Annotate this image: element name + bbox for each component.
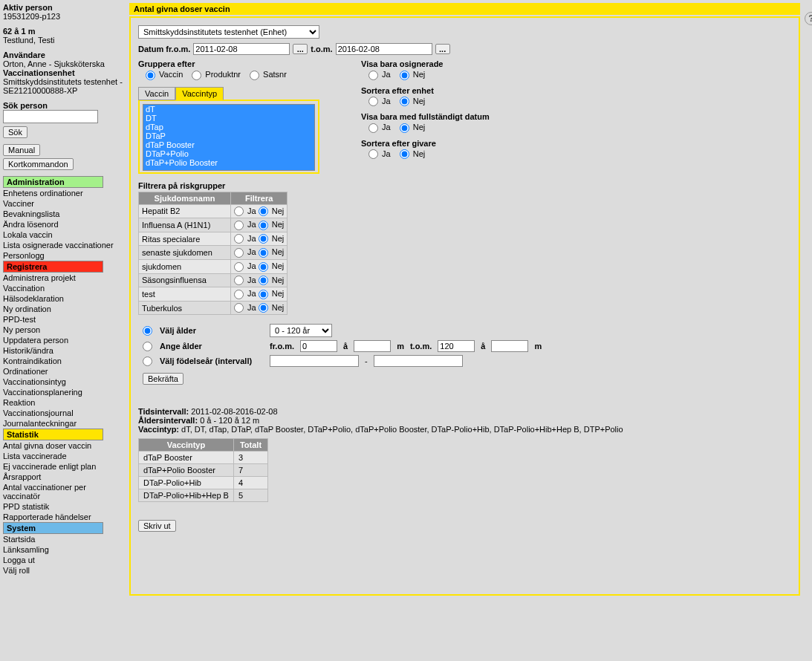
sort-giver-ja[interactable]: Ja [368, 149, 391, 160]
date-to-label: t.o.m. [311, 45, 332, 53]
sort-unit-label: Sortera efter enhet [361, 86, 490, 95]
unit-select[interactable]: Smittskyddsinstitutets testenhet (Enhet) [138, 25, 319, 39]
date-from-label: Datum fr.o.m. [138, 45, 190, 53]
age-to-months[interactable] [491, 340, 528, 352]
list-item[interactable]: DT [143, 114, 314, 123]
date-to-input[interactable] [336, 43, 432, 55]
nav-link[interactable]: Vaccinationsplanering [3, 387, 123, 397]
nav-link[interactable]: Ordinationer [3, 366, 123, 377]
unsigned-nej[interactable]: Nej [400, 70, 426, 80]
nav-link[interactable]: Välj roll [3, 565, 123, 576]
nav-link[interactable]: Rapporterade händelser [3, 512, 123, 522]
print-button[interactable]: Skriv ut [138, 520, 176, 532]
search-button[interactable]: Sök [3, 126, 27, 138]
full-date-ja[interactable]: Ja [368, 123, 391, 133]
risk-filter: Ja Nej [231, 301, 288, 315]
nav-link[interactable]: Startsida [3, 534, 123, 544]
risk-name: Influensa A (H1N1) [139, 218, 231, 232]
date-from-picker[interactable]: ... [293, 44, 308, 54]
age-from-months[interactable] [354, 340, 391, 352]
vaccunit-label: Vaccinationsenhet [3, 68, 75, 77]
age-row: 62 å 1 m [3, 27, 35, 36]
nav-link[interactable]: Lista osignerade vaccinationer [3, 240, 123, 250]
age-valj-label: Välj ålder [160, 326, 264, 335]
nav-link[interactable]: PPD-test [3, 314, 123, 325]
nav-link[interactable]: Hälsodeklaration [3, 293, 123, 304]
tab-vaccintyp[interactable]: Vaccintyp [175, 87, 224, 100]
shortcuts-button[interactable]: Kortkommandon [3, 158, 74, 170]
list-item[interactable]: dTaP Booster [143, 140, 314, 149]
nav-link[interactable]: Kontraindikation [3, 356, 123, 366]
date-from-input[interactable] [193, 43, 290, 55]
nav-link[interactable]: Personlogg [3, 250, 123, 261]
nav-link[interactable]: Vaccination [3, 283, 123, 293]
sort-giver-nej[interactable]: Nej [400, 149, 426, 160]
nav-link[interactable]: Ej vaccinerade enligt plan [3, 461, 123, 472]
sidebar: Aktiv person 19531209-p123 62 å 1 m Test… [0, 0, 126, 599]
nav-link[interactable]: Lista vaccinerade [3, 451, 123, 461]
nav-section-reg: Registrera [3, 261, 103, 273]
birth-from[interactable] [270, 355, 359, 367]
page-title: Antal givna doser vaccin [129, 3, 800, 15]
age-valj-radio[interactable] [143, 326, 152, 336]
list-item[interactable]: dTaP+Polio Booster [143, 158, 314, 167]
nav-link[interactable]: Bevakningslista [3, 209, 123, 219]
risk-name: senaste sjukdomen [139, 246, 231, 260]
nav-link[interactable]: Administrera projekt [3, 273, 123, 283]
confirm-button[interactable]: Bekräfta [143, 373, 183, 385]
nav-link[interactable]: Länksamling [3, 544, 123, 555]
nav-link[interactable]: Enhetens ordinationer [3, 188, 123, 198]
nav-link[interactable]: Ny ordination [3, 304, 123, 314]
nav-link[interactable]: Lokala vaccin [3, 229, 123, 240]
nav-link[interactable]: Antal vaccinationer per vaccinatör [3, 482, 123, 501]
risk-filter: Ja Nej [231, 259, 288, 273]
nav-link[interactable]: Antal givna doser vaccin [3, 440, 123, 451]
nav-link[interactable]: Logga ut [3, 555, 123, 565]
age-to-years[interactable] [438, 340, 475, 352]
nav-link[interactable]: Ny person [3, 325, 123, 335]
nav-link[interactable]: Vacciner [3, 198, 123, 209]
group-vaccin[interactable]: Vaccin [146, 70, 183, 80]
nav-link[interactable]: Ändra lösenord [3, 219, 123, 229]
manual-button[interactable]: Manual [3, 144, 40, 156]
active-person-label: Aktiv person [3, 3, 53, 12]
age-from-years[interactable] [300, 340, 337, 352]
sort-unit-nej[interactable]: Nej [400, 97, 426, 107]
unsigned-ja[interactable]: Ja [368, 70, 391, 80]
list-item[interactable]: dTap [143, 123, 314, 131]
nav-link[interactable]: Vaccinationsjournal [3, 408, 123, 418]
age-birth-label: Välj födelseår (intervall) [160, 356, 264, 365]
vaccintyp-listbox[interactable]: dTDTdTapDTaPdTaP BoosterDTaP+PoliodTaP+P… [143, 104, 315, 171]
age-birth-radio[interactable] [143, 356, 152, 366]
tab-vaccin[interactable]: Vaccin [138, 87, 175, 100]
nav-link[interactable]: Vaccinationsintyg [3, 377, 123, 387]
risk-tbody: Hepatit B2 Ja NejInfluensa A (H1N1) Ja N… [139, 204, 288, 315]
age-range-select[interactable]: 0 - 120 år [270, 324, 332, 337]
user-value: Orton, Anne - Sjuksköterska [3, 59, 105, 68]
full-date-nej[interactable]: Nej [400, 123, 426, 133]
nav-link[interactable]: Uppdatera person [3, 335, 123, 345]
nav-link[interactable]: Journalanteckningar [3, 418, 123, 429]
group-produktnr[interactable]: Produktnr [192, 70, 241, 80]
group-satsnr[interactable]: Satsnr [250, 70, 287, 80]
risk-name: sjukdomen [139, 259, 231, 273]
search-input[interactable] [3, 110, 98, 123]
result-tbody: dTaP Booster3dTaP+Polio Booster7DTaP-Pol… [139, 452, 268, 502]
risk-filter: Ja Nej [231, 246, 288, 260]
list-item[interactable]: dT [143, 105, 314, 114]
help-icon[interactable]: ? [805, 12, 812, 25]
nav-link[interactable]: PPD statistik [3, 501, 123, 512]
sort-unit-ja[interactable]: Ja [368, 97, 391, 107]
list-item[interactable]: DTaP [143, 131, 314, 140]
age-ange-radio[interactable] [143, 342, 152, 351]
vaccunit-value: Smittskyddsinstitutets testenhet - SE212… [3, 77, 123, 95]
date-to-picker[interactable]: ... [435, 44, 450, 54]
nav-link[interactable]: Reaktion [3, 397, 123, 408]
risk-filter: Ja Nej [231, 204, 288, 218]
nav-reg-links: Administrera projektVaccinationHälsodekl… [3, 273, 123, 429]
search-label: Sök person [3, 101, 48, 110]
nav-link[interactable]: Historik/ändra [3, 345, 123, 356]
nav-link[interactable]: Årsrapport [3, 472, 123, 482]
list-item[interactable]: DTaP+Polio [143, 149, 314, 158]
birth-to[interactable] [374, 355, 463, 367]
